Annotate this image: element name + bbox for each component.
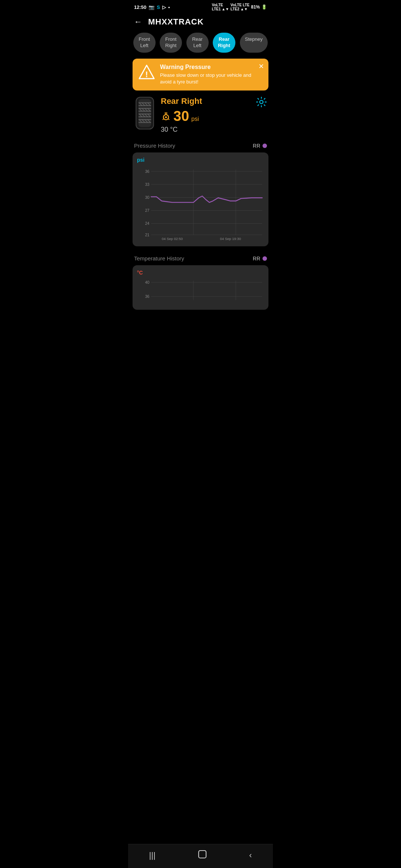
nav-bar: ||| ‹: [128, 844, 273, 868]
tab-rear-right[interactable]: RearRight: [213, 33, 235, 53]
status-bar: 12:50 📷 S ▷ • VoLTELTE1 ▲▼ VoLTE LTELTE2…: [128, 0, 273, 13]
nav-recent-apps[interactable]: |||: [149, 851, 156, 860]
pressure-history-title: Pressure History: [134, 142, 175, 149]
pressure-value: 30: [173, 108, 189, 124]
svg-text:24: 24: [145, 222, 150, 226]
tab-front-left[interactable]: FrontLeft: [133, 33, 156, 53]
temperature-chart-container: °C 40 36: [133, 265, 268, 310]
signal-lte1: VoLTELTE1 ▲▼: [212, 3, 229, 11]
temperature-history-title: Temperature History: [134, 255, 184, 262]
tire-graphic: [134, 96, 156, 130]
svg-point-35: [260, 101, 263, 104]
svg-rect-58: [199, 851, 206, 858]
svg-text:!: !: [145, 70, 148, 79]
svg-line-31: [166, 113, 167, 113]
svg-line-30: [164, 113, 166, 113]
warning-body: Please slow down or stop your vehicle an…: [160, 72, 263, 85]
pressure-legend-dot: [263, 144, 267, 148]
tab-bar: FrontLeft FrontRight RearLeft RearRight …: [128, 33, 273, 59]
temperature-history-legend: RR: [253, 256, 267, 262]
tire-temperature: 30 °C: [161, 126, 267, 134]
svg-line-33: [163, 119, 164, 120]
svg-text:04 Sep 02:50: 04 Sep 02:50: [162, 237, 183, 241]
tire-details: Rear Right 30 psi 30 °C: [161, 96, 267, 134]
pressure-sensor-icon: [161, 111, 171, 123]
nav-home[interactable]: [198, 849, 207, 861]
settings-button[interactable]: [256, 96, 267, 110]
warning-close-button[interactable]: ✕: [258, 62, 264, 70]
svg-text:30: 30: [145, 195, 150, 200]
temp-chart-unit: °C: [137, 270, 264, 276]
tire-pressure-row: 30 psi: [161, 108, 267, 124]
svg-text:36: 36: [145, 295, 150, 299]
pressure-chart: 36 33 30 27 24 21 04 Sep 02:50 04 Sep 19…: [137, 164, 264, 243]
battery-percent: 81%: [251, 4, 260, 10]
signal-lte2: VoLTE LTELTE2 ▲▼: [231, 3, 250, 11]
svg-text:21: 21: [145, 233, 150, 237]
warning-banner: ! Warning Pressure Please slow down or s…: [133, 59, 268, 91]
warning-icon: !: [138, 64, 155, 82]
pressure-chart-unit: psi: [137, 157, 264, 163]
app-title: MHXXTRACK: [148, 17, 204, 27]
tire-name: Rear Right: [161, 96, 267, 106]
nav-back[interactable]: ‹: [249, 851, 252, 860]
status-left: 12:50 📷 S ▷ •: [134, 4, 170, 10]
svg-line-34: [168, 119, 169, 120]
time: 12:50: [134, 4, 146, 10]
svg-text:04 Sep 19:30: 04 Sep 19:30: [220, 237, 241, 241]
tab-stepney[interactable]: Stepney: [240, 33, 268, 53]
status-right: VoLTELTE1 ▲▼ VoLTE LTELTE2 ▲▼ 81% 🔋: [212, 3, 267, 11]
s-icon: S: [157, 4, 160, 10]
temperature-history-header: Temperature History RR: [128, 252, 273, 265]
temp-legend-label: RR: [253, 256, 260, 262]
svg-text:40: 40: [145, 280, 150, 285]
pressure-unit: psi: [191, 116, 199, 122]
pressure-history-header: Pressure History RR: [128, 139, 273, 152]
camera-icon: 📷: [149, 4, 154, 10]
svg-text:33: 33: [145, 183, 150, 187]
svg-text:27: 27: [145, 208, 150, 213]
app-header: ← MHXXTRACK: [128, 13, 273, 33]
svg-text:36: 36: [145, 170, 150, 174]
temperature-chart: 40 36: [137, 277, 264, 307]
pressure-history-legend: RR: [253, 143, 267, 149]
svg-point-32: [165, 116, 167, 118]
pressure-chart-container: psi 36 33 30 27 24 21: [133, 152, 268, 246]
temp-legend-dot: [263, 256, 267, 261]
play-icon: ▷: [162, 4, 166, 10]
battery-icon: 🔋: [261, 4, 267, 10]
tab-rear-left[interactable]: RearLeft: [186, 33, 209, 53]
warning-title: Warning Pressure: [160, 64, 263, 70]
tab-front-right[interactable]: FrontRight: [160, 33, 182, 53]
tire-info: Rear Right 30 psi 30 °C: [128, 96, 273, 139]
pressure-legend-label: RR: [253, 143, 260, 149]
back-button[interactable]: ←: [134, 17, 142, 27]
dot-icon: •: [168, 4, 170, 10]
warning-text: Warning Pressure Please slow down or sto…: [160, 64, 263, 85]
